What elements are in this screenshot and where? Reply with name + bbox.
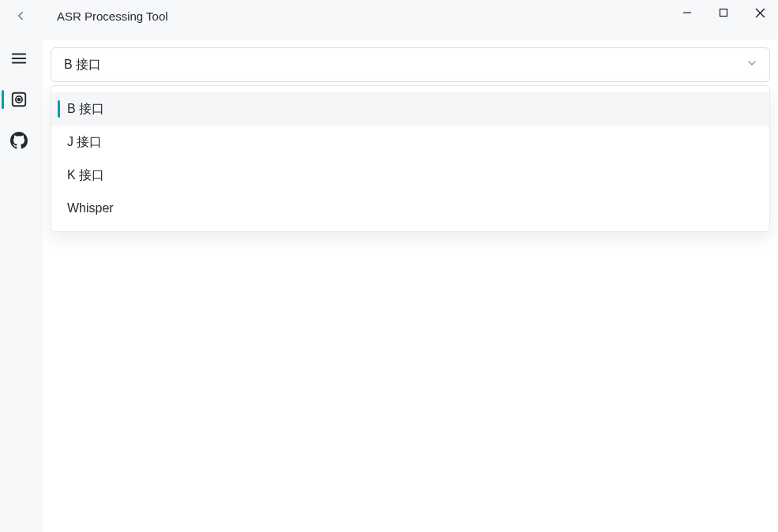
menu-button[interactable] <box>2 44 36 73</box>
chevron-down-icon <box>746 57 758 73</box>
svg-rect-1 <box>720 9 727 17</box>
window-maximize-button[interactable] <box>705 0 742 25</box>
api-option-label: K 接口 <box>67 167 104 184</box>
api-select-dropdown: B 接口 J 接口 K 接口 Whisper <box>51 85 770 232</box>
arrow-left-icon <box>13 9 28 23</box>
api-option-label: B 接口 <box>67 101 104 118</box>
hamburger-icon <box>10 50 28 67</box>
close-icon <box>755 8 765 18</box>
target-icon <box>10 91 28 108</box>
api-option-label: Whisper <box>67 201 114 215</box>
api-option[interactable]: K 接口 <box>51 159 769 192</box>
main-content: B 接口 B 接口 J 接口 K 接口 Whisper <box>43 39 778 532</box>
svg-point-9 <box>18 99 21 101</box>
github-icon <box>10 132 28 149</box>
api-option[interactable]: Whisper <box>51 192 769 225</box>
nav-asr[interactable] <box>2 85 36 114</box>
api-option-label: J 接口 <box>67 134 102 151</box>
minimize-icon <box>682 8 692 17</box>
api-select-value: B 接口 <box>64 57 101 73</box>
api-option[interactable]: B 接口 <box>51 92 769 126</box>
sidebar-rail <box>0 39 38 155</box>
window-minimize-button[interactable] <box>669 0 705 25</box>
app-title: ASR Processing Tool <box>57 9 168 23</box>
api-option[interactable]: J 接口 <box>51 126 769 159</box>
back-button[interactable] <box>5 0 36 32</box>
maximize-icon <box>719 8 728 17</box>
nav-github[interactable] <box>2 126 36 155</box>
api-select[interactable]: B 接口 <box>51 47 770 82</box>
titlebar: ASR Processing Tool <box>0 0 778 32</box>
window-close-button[interactable] <box>742 0 778 25</box>
